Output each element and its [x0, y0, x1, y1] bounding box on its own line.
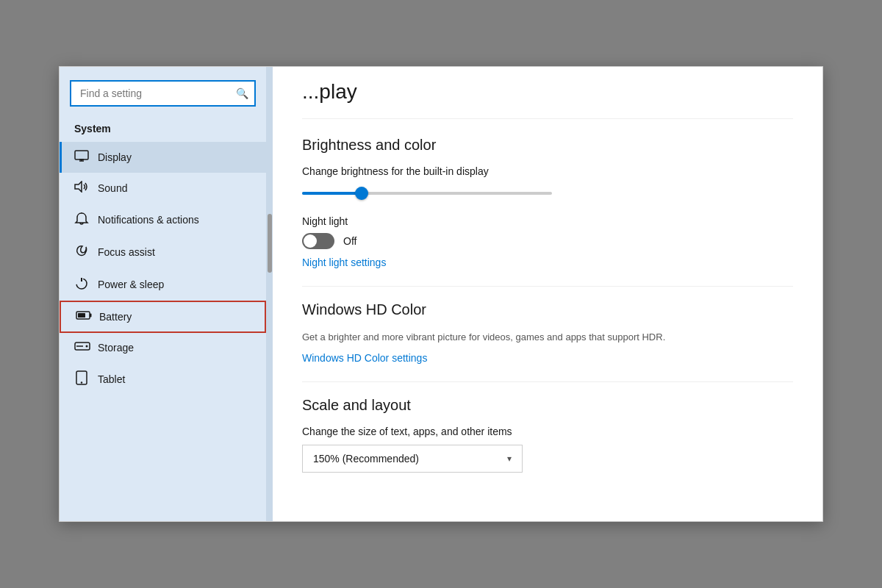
sidebar-item-tablet[interactable]: Tablet	[60, 362, 266, 396]
nav-list: Display Sound	[60, 142, 266, 521]
sidebar-item-notifications-label: Notifications & actions	[98, 214, 199, 226]
display-icon	[74, 150, 89, 165]
sidebar-item-power[interactable]: Power & sleep	[60, 268, 266, 301]
search-icon: 🔍	[236, 87, 248, 99]
sidebar: 🔍 System Display	[60, 67, 267, 521]
search-box[interactable]: 🔍	[70, 80, 256, 107]
sidebar-item-sound-label: Sound	[98, 182, 127, 194]
settings-window: 🔍 System Display	[59, 66, 823, 522]
tablet-icon	[74, 370, 89, 388]
system-label: System	[60, 120, 266, 142]
sound-icon	[74, 181, 89, 196]
sidebar-item-battery-label: Battery	[99, 311, 132, 323]
brightness-section: Brightness and color Change brightness f…	[302, 137, 793, 268]
sidebar-item-focus[interactable]: Focus assist	[60, 236, 266, 268]
night-light-label: Night light	[302, 215, 793, 227]
brightness-title: Brightness and color	[302, 137, 793, 154]
focus-icon	[74, 244, 89, 260]
battery-icon	[76, 310, 90, 323]
sidebar-item-power-label: Power & sleep	[98, 279, 164, 290]
slider-thumb[interactable]	[355, 187, 368, 200]
page-title: ...play	[302, 67, 793, 119]
brightness-slider[interactable]	[302, 186, 793, 201]
sidebar-item-focus-label: Focus assist	[98, 246, 155, 258]
night-light-status: Off	[343, 235, 356, 247]
slider-fill	[302, 192, 361, 195]
sidebar-item-display-label: Display	[98, 151, 132, 163]
sidebar-item-sound[interactable]: Sound	[60, 173, 266, 204]
night-light-toggle[interactable]	[302, 233, 334, 249]
storage-icon	[74, 341, 89, 354]
scale-dropdown-value: 150% (Recommended)	[313, 453, 419, 465]
svg-point-14	[81, 381, 82, 383]
scale-layout-title: Scale and layout	[302, 397, 793, 414]
scale-dropdown[interactable]: 150% (Recommended) ▾	[302, 445, 523, 473]
section-divider-1	[302, 286, 793, 287]
notifications-icon	[74, 212, 89, 228]
scrollbar-thumb[interactable]	[268, 214, 272, 273]
search-input[interactable]	[70, 80, 256, 107]
sidebar-item-notifications[interactable]: Notifications & actions	[60, 204, 266, 236]
section-divider-2	[302, 381, 793, 382]
brightness-label: Change brightness for the built-in displ…	[302, 165, 793, 177]
svg-point-11	[86, 345, 88, 348]
scrollbar[interactable]	[267, 67, 273, 521]
sidebar-item-tablet-label: Tablet	[98, 373, 125, 385]
slider-track	[302, 192, 552, 195]
svg-rect-0	[75, 151, 88, 159]
hd-color-settings-link[interactable]: Windows HD Color settings	[302, 352, 793, 364]
svg-rect-8	[90, 314, 92, 318]
night-light-toggle-row: Off	[302, 233, 793, 249]
sidebar-item-display[interactable]: Display	[60, 142, 266, 173]
svg-rect-9	[78, 313, 85, 318]
sidebar-item-storage-label: Storage	[98, 342, 134, 354]
main-content: ...play Brightness and color Change brig…	[273, 67, 822, 521]
scale-label: Change the size of text, apps, and other…	[302, 426, 793, 437]
svg-marker-4	[75, 182, 82, 192]
hd-color-title: Windows HD Color	[302, 301, 793, 318]
night-light-settings-link[interactable]: Night light settings	[302, 257, 793, 268]
sidebar-item-battery[interactable]: Battery	[60, 301, 266, 333]
scale-layout-section: Scale and layout Change the size of text…	[302, 397, 793, 473]
sidebar-item-storage[interactable]: Storage	[60, 333, 266, 362]
hd-color-section: Windows HD Color Get a brighter and more…	[302, 301, 793, 364]
chevron-down-icon: ▾	[507, 453, 512, 464]
hd-color-desc: Get a brighter and more vibrant picture …	[302, 330, 793, 345]
power-icon	[74, 276, 89, 293]
